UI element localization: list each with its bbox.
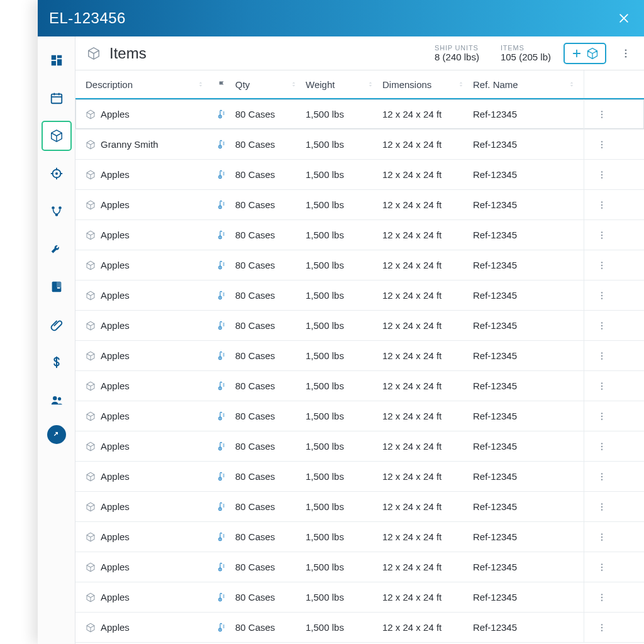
stat-ship-units: SHIP UNITS 8 (240 lbs)	[435, 44, 479, 62]
close-button[interactable]	[615, 9, 633, 27]
temperature-icon	[216, 623, 226, 633]
col-flag[interactable]	[213, 80, 230, 89]
row-more-button[interactable]	[584, 220, 619, 250]
cell-qty: 80 Cases	[235, 441, 275, 452]
calendar-icon	[50, 91, 64, 105]
nav-dashboard[interactable]	[42, 45, 72, 75]
nav-users[interactable]	[42, 385, 72, 415]
table-row[interactable]: Apples80 Cases1,500 lbs12 x 24 x 24 ftRe…	[75, 280, 644, 311]
cell-qty: 80 Cases	[235, 380, 275, 391]
table-row[interactable]: Apples80 Cases1,500 lbs12 x 24 x 24 ftRe…	[75, 311, 644, 341]
table-row[interactable]: Apples80 Cases1,500 lbs12 x 24 x 24 ftRe…	[75, 250, 644, 280]
col-description[interactable]: Description	[86, 79, 213, 90]
row-more-button[interactable]	[584, 160, 619, 189]
col-label: Qty	[235, 79, 250, 90]
nav-items[interactable]	[42, 121, 72, 151]
nav-expand[interactable]	[47, 425, 66, 444]
temperature-icon	[216, 532, 226, 542]
cell-description: Apples	[101, 109, 130, 119]
header-more-button[interactable]	[618, 45, 634, 62]
row-more-button[interactable]	[584, 582, 619, 612]
row-more-button[interactable]	[584, 99, 619, 129]
package-icon	[86, 562, 96, 572]
package-icon	[86, 260, 96, 270]
row-more-button[interactable]	[584, 522, 619, 552]
cell-ref: Ref-12345	[473, 592, 517, 602]
cell-qty: 80 Cases	[235, 199, 275, 210]
section-header: Items SHIP UNITS 8 (240 lbs) ITEMS 105 (…	[75, 36, 644, 70]
cell-dimensions: 12 x 24 x 24 ft	[382, 501, 441, 512]
cell-description: Apples	[101, 471, 130, 482]
table-row[interactable]: Apples80 Cases1,500 lbs12 x 24 x 24 ftRe…	[75, 160, 644, 190]
row-more-button[interactable]	[584, 341, 619, 370]
row-more-button[interactable]	[584, 431, 619, 461]
cell-ref: Ref-12345	[473, 380, 517, 391]
row-more-button[interactable]	[584, 250, 619, 280]
row-more-button[interactable]	[584, 552, 619, 582]
cell-dimensions: 12 x 24 x 24 ft	[382, 471, 441, 482]
nav-route[interactable]	[42, 196, 72, 226]
table-row[interactable]: Apples80 Cases1,500 lbs12 x 24 x 24 ftRe…	[75, 401, 644, 431]
temperature-icon	[216, 562, 226, 572]
table-row[interactable]: Apples80 Cases1,500 lbs12 x 24 x 24 ftRe…	[75, 492, 644, 522]
cell-dimensions: 12 x 24 x 24 ft	[382, 531, 441, 542]
temperature-icon	[216, 170, 226, 180]
cell-dimensions: 12 x 24 x 24 ft	[382, 109, 441, 119]
nav-finance[interactable]	[42, 347, 72, 377]
package-icon	[86, 502, 96, 512]
cell-flag	[213, 230, 230, 240]
route-icon	[50, 204, 64, 218]
table-row[interactable]: Apples80 Cases1,500 lbs12 x 24 x 24 ftRe…	[75, 190, 644, 220]
flag-icon	[217, 80, 226, 89]
temperature-icon	[216, 321, 226, 331]
package-icon	[86, 623, 96, 633]
table-row[interactable]: Granny Smith80 Cases1,500 lbs12 x 24 x 2…	[75, 130, 644, 160]
row-more-button[interactable]	[584, 462, 619, 491]
row-more-button[interactable]	[584, 130, 619, 159]
nav-calendar[interactable]	[42, 83, 72, 113]
col-ref[interactable]: Ref. Name	[473, 79, 584, 90]
table-row[interactable]: Apples80 Cases1,500 lbs12 x 24 x 24 ftRe…	[75, 99, 644, 130]
add-item-button[interactable]	[564, 43, 606, 64]
cell-qty: 80 Cases	[235, 260, 275, 270]
users-icon	[50, 393, 64, 407]
nav-tools[interactable]	[42, 234, 72, 264]
table-row[interactable]: Apples80 Cases1,500 lbs12 x 24 x 24 ftRe…	[75, 220, 644, 250]
nav-docs[interactable]	[42, 272, 72, 302]
temperature-icon	[216, 592, 226, 602]
row-more-button[interactable]	[584, 613, 619, 642]
table-row[interactable]: Apples80 Cases1,500 lbs12 x 24 x 24 ftRe…	[75, 341, 644, 371]
cell-ref: Ref-12345	[473, 562, 517, 572]
row-more-button[interactable]	[584, 190, 619, 219]
cell-weight: 1,500 lbs	[306, 531, 344, 542]
dashboard-icon	[50, 53, 64, 67]
nav-attach[interactable]	[42, 309, 72, 340]
table-row[interactable]: Apples80 Cases1,500 lbs12 x 24 x 24 ftRe…	[75, 431, 644, 462]
col-weight[interactable]: Weight	[306, 79, 382, 90]
more-vertical-icon	[597, 592, 607, 602]
cell-weight: 1,500 lbs	[306, 562, 344, 572]
col-qty[interactable]: Qty	[230, 79, 306, 90]
cell-flag	[213, 532, 230, 542]
table-row[interactable]: Apples80 Cases1,500 lbs12 x 24 x 24 ftRe…	[75, 522, 644, 552]
cell-weight: 1,500 lbs	[306, 109, 344, 119]
cell-flag	[213, 562, 230, 572]
cell-ref: Ref-12345	[473, 411, 517, 421]
table-row[interactable]: Apples80 Cases1,500 lbs12 x 24 x 24 ftRe…	[75, 582, 644, 613]
package-icon	[86, 532, 96, 542]
cell-qty: 80 Cases	[235, 320, 275, 331]
row-more-button[interactable]	[584, 311, 619, 340]
nav-location[interactable]	[42, 158, 72, 189]
more-vertical-icon	[597, 230, 607, 240]
section-title: Items	[109, 45, 147, 62]
cell-qty: 80 Cases	[235, 501, 275, 512]
row-more-button[interactable]	[584, 401, 619, 431]
row-more-button[interactable]	[584, 280, 619, 310]
row-more-button[interactable]	[584, 492, 619, 521]
table-row[interactable]: Apples80 Cases1,500 lbs12 x 24 x 24 ftRe…	[75, 613, 644, 643]
row-more-button[interactable]	[584, 371, 619, 401]
col-dimensions[interactable]: Dimensions	[382, 79, 473, 90]
table-row[interactable]: Apples80 Cases1,500 lbs12 x 24 x 24 ftRe…	[75, 371, 644, 401]
table-row[interactable]: Apples80 Cases1,500 lbs12 x 24 x 24 ftRe…	[75, 552, 644, 582]
table-row[interactable]: Apples80 Cases1,500 lbs12 x 24 x 24 ftRe…	[75, 462, 644, 492]
